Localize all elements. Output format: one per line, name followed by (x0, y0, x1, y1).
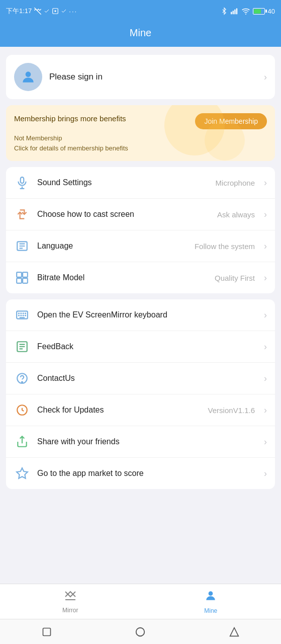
update-label: Check for Updates (37, 406, 201, 415)
page-header: Mine (0, 22, 281, 47)
svg-line-0 (35, 8, 41, 14)
feedback-label: FeedBack (37, 342, 257, 351)
keyboard-label: Open the EV ScreenMirror keyboard (37, 310, 257, 319)
recents-button[interactable] (227, 625, 241, 639)
status-left: 下午1:17 ··· (6, 7, 77, 16)
bitrate-icon (14, 270, 30, 286)
share-label: Share with your friends (37, 437, 257, 446)
svg-rect-19 (23, 278, 28, 283)
check2-icon (61, 8, 67, 14)
update-chevron-icon: › (264, 405, 267, 416)
language-label: Language (37, 242, 188, 251)
svg-point-8 (26, 71, 31, 77)
share-chevron-icon: › (264, 437, 267, 447)
avatar (14, 63, 42, 91)
svg-point-7 (245, 14, 246, 15)
share-item[interactable]: Share with your friends › (6, 426, 275, 458)
cast-icon (14, 206, 30, 222)
nav-mirror-label: Mirror (62, 607, 78, 614)
svg-point-35 (22, 382, 23, 383)
update-icon (14, 402, 30, 418)
battery-icon (253, 8, 265, 15)
screenshot-icon (52, 8, 59, 15)
nav-mirror[interactable]: Mirror (0, 584, 141, 619)
signal-muted-icon (34, 7, 42, 15)
contact-item[interactable]: ContactUs › (6, 363, 275, 394)
bitrate-value: Quality First (215, 274, 255, 282)
nav-mine[interactable]: Mine (141, 584, 282, 619)
system-nav (0, 619, 281, 644)
signal-icon (231, 8, 239, 15)
main-content: Please sign in › Membership brings more … (0, 47, 281, 584)
contact-label: ContactUs (37, 374, 257, 383)
share-icon (14, 434, 30, 450)
microphone-icon (14, 175, 30, 191)
membership-title: Membership brings more benefits (14, 113, 126, 124)
svg-rect-16 (17, 272, 22, 277)
nav-mine-label: Mine (204, 607, 217, 614)
settings-section-1: Sound Settings Microphone › Choose how t… (6, 167, 275, 293)
home-button[interactable] (133, 625, 147, 639)
membership-card[interactable]: Membership brings more benefits Join Mem… (6, 105, 275, 161)
status-right: 40 (221, 7, 275, 15)
language-value: Follow the system (195, 242, 255, 251)
svg-rect-9 (21, 177, 24, 183)
svg-rect-5 (234, 10, 235, 15)
score-label: Go to the app market to score (37, 469, 257, 478)
language-item[interactable]: Language Follow the system › (6, 230, 275, 262)
cast-value: Ask always (217, 210, 255, 219)
check-icon (44, 8, 50, 14)
person-icon (204, 589, 217, 605)
feedback-chevron-icon: › (264, 342, 267, 352)
bitrate-item[interactable]: Bitrate Model Quality First › (6, 262, 275, 293)
svg-rect-18 (17, 278, 22, 283)
bitrate-chevron-icon: › (264, 273, 267, 283)
sign-in-label: Please sign in (49, 72, 257, 82)
sound-settings-item[interactable]: Sound Settings Microphone › (6, 167, 275, 199)
svg-point-40 (209, 591, 213, 596)
svg-point-42 (136, 627, 145, 636)
svg-rect-3 (231, 12, 232, 15)
contact-chevron-icon: › (264, 373, 267, 384)
membership-deco2 (205, 120, 245, 160)
cast-label: Choose how to cast screen (37, 210, 210, 219)
star-icon (14, 465, 30, 481)
status-time: 下午1:17 (6, 7, 32, 16)
status-bar: 下午1:17 ··· 40 (0, 0, 281, 22)
update-item[interactable]: Check for Updates VersionV1.1.6 › (6, 394, 275, 426)
svg-rect-6 (236, 8, 237, 14)
profile-row[interactable]: Please sign in › (6, 55, 275, 99)
mirror-icon (63, 590, 77, 605)
feedback-icon (14, 339, 30, 355)
sound-settings-label: Sound Settings (37, 178, 209, 187)
svg-rect-17 (23, 272, 28, 277)
update-value: VersionV1.1.6 (208, 406, 255, 415)
keyboard-item[interactable]: Open the EV ScreenMirror keyboard › (6, 299, 275, 331)
score-chevron-icon: › (264, 468, 267, 479)
language-icon (14, 238, 30, 254)
settings-section-2: Open the EV ScreenMirror keyboard › Feed… (6, 299, 275, 489)
page-title: Mine (0, 27, 281, 39)
svg-rect-4 (232, 11, 233, 14)
keyboard-chevron-icon: › (264, 310, 267, 320)
svg-rect-41 (43, 628, 51, 635)
feedback-item[interactable]: FeedBack › (6, 331, 275, 363)
sound-chevron-icon: › (264, 178, 267, 188)
back-button[interactable] (40, 625, 54, 639)
language-chevron-icon: › (264, 241, 267, 252)
cast-screen-item[interactable]: Choose how to cast screen Ask always › (6, 199, 275, 230)
sound-settings-value: Microphone (216, 179, 255, 187)
more-icon: ··· (69, 8, 77, 15)
profile-chevron-icon: › (264, 72, 267, 83)
svg-point-2 (55, 10, 57, 12)
score-item[interactable]: Go to the app market to score › (6, 458, 275, 489)
wifi-icon (242, 8, 250, 15)
keyboard-icon (14, 307, 30, 323)
cast-chevron-icon: › (264, 209, 267, 220)
avatar-person-icon (20, 69, 36, 85)
bluetooth-icon (221, 7, 228, 15)
contact-icon (14, 370, 30, 386)
bitrate-label: Bitrate Model (37, 273, 208, 282)
svg-marker-38 (17, 468, 28, 478)
battery-level: 40 (268, 8, 275, 15)
